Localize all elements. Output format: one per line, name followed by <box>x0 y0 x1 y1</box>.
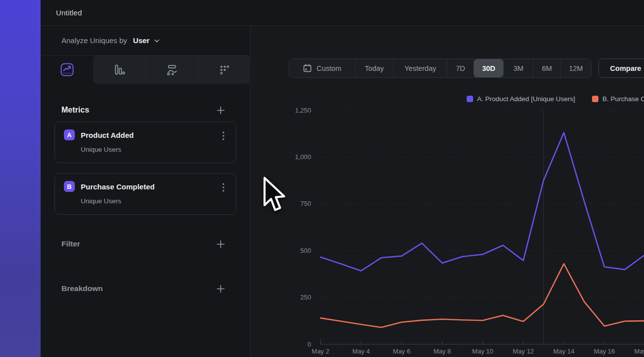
tab-flows[interactable] <box>145 56 198 84</box>
filter-section-header: Filter <box>41 234 250 254</box>
add-metric-button[interactable] <box>216 106 225 115</box>
kebab-menu-icon[interactable] <box>220 183 227 192</box>
tab-line-chart[interactable] <box>41 56 93 84</box>
chart-type-tabs <box>41 56 250 84</box>
plus-icon <box>216 240 225 248</box>
chart-panel: Custom Today Yesterday 7D 30D 3M 6M 12M … <box>250 26 644 357</box>
metric-card-product-added[interactable]: A Product Added Unique Users <box>54 121 236 163</box>
y-tick-label: 250 <box>300 294 311 301</box>
y-tick-label: 0 <box>308 341 311 348</box>
metrics-header-label: Metrics <box>61 106 89 115</box>
line-chart[interactable]: 02505007501,0001,250May 2May 4May 6May 8… <box>250 26 644 357</box>
tab-retention[interactable] <box>198 56 250 84</box>
x-tick-label: May 8 <box>433 348 451 355</box>
x-tick-label: May 16 <box>594 348 615 355</box>
bar-chart-icon <box>113 63 125 76</box>
plus-icon <box>216 285 225 293</box>
metric-name: Purchase Completed <box>81 182 155 191</box>
mouse-cursor <box>262 176 285 216</box>
breakdown-header-label: Breakdown <box>61 284 103 293</box>
breakdown-section-header: Breakdown <box>41 279 250 298</box>
x-tick-label: May 4 <box>352 348 370 355</box>
add-breakdown-button[interactable] <box>216 284 225 293</box>
metric-name: Product Added <box>81 131 134 139</box>
background-gradient-strip <box>0 0 41 357</box>
x-tick-label: May 18 <box>635 348 644 355</box>
x-tick-label: May 10 <box>472 348 493 355</box>
filter-header-label: Filter <box>61 239 80 248</box>
inactive-tabs-group <box>93 56 250 84</box>
x-tick-label: May 2 <box>312 348 329 355</box>
add-filter-button[interactable] <box>216 239 225 248</box>
kebab-menu-icon[interactable] <box>220 131 227 140</box>
series-line-a <box>321 132 644 271</box>
y-tick-label: 1,000 <box>295 153 311 161</box>
metric-card-purchase-completed[interactable]: B Purchase Completed Unique Users <box>54 173 236 215</box>
metrics-section-header: Metrics <box>41 106 250 115</box>
top-bar: Untitled <box>41 0 644 26</box>
series-line-b <box>321 264 644 327</box>
metric-subtitle: Unique Users <box>81 146 227 153</box>
plus-icon <box>216 106 225 115</box>
metric-badge-a: A <box>64 129 75 140</box>
report-title[interactable]: Untitled <box>41 8 82 17</box>
metric-badge-b: B <box>64 181 75 192</box>
analyze-uniques-row: Analyze Uniques by User <box>41 26 250 56</box>
y-tick-label: 500 <box>300 247 311 254</box>
analyze-label: Analyze Uniques by <box>61 36 127 45</box>
y-tick-label: 750 <box>300 200 311 207</box>
app-window: Untitled Analyze Uniques by User <box>0 0 644 357</box>
flows-icon <box>165 63 178 76</box>
line-chart-icon <box>60 63 74 76</box>
query-sidebar: Analyze Uniques by User <box>41 26 250 357</box>
x-tick-label: May 6 <box>393 348 410 355</box>
x-tick-label: May 12 <box>513 348 534 355</box>
y-tick-label: 1,250 <box>295 107 311 114</box>
tab-bar-chart[interactable] <box>93 56 145 84</box>
x-tick-label: May 14 <box>553 348 575 355</box>
analyze-value-dropdown[interactable]: User <box>133 36 150 45</box>
chevron-down-icon[interactable] <box>154 39 160 43</box>
retention-grid-icon <box>218 63 231 76</box>
metric-subtitle: Unique Users <box>81 197 227 205</box>
